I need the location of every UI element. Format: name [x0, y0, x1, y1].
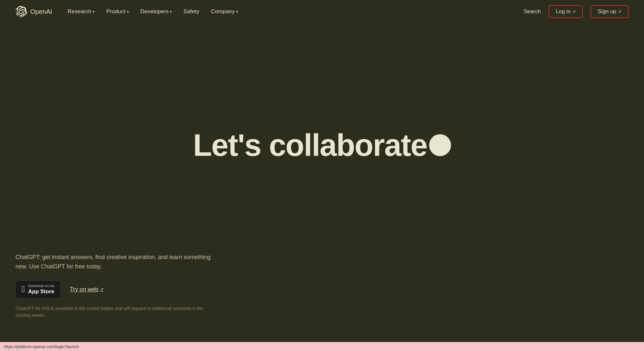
hero-dot-decoration: [429, 134, 451, 156]
nav-item-developers[interactable]: Developers ▾: [140, 8, 172, 15]
app-store-small-text: Download on the: [28, 284, 55, 288]
logo-text: OpenAI: [30, 8, 52, 15]
login-button[interactable]: Log in ↗: [549, 5, 583, 18]
nav-item-product[interactable]: Product ▾: [106, 8, 129, 15]
chevron-down-icon: ▾: [127, 10, 129, 14]
hero-title: Let's collaborate: [193, 127, 451, 163]
external-link-icon: ↗: [572, 9, 576, 14]
nav-item-safety[interactable]: Safety: [183, 8, 199, 15]
external-link-icon: ↗: [618, 9, 621, 14]
chevron-down-icon: ▾: [93, 10, 95, 14]
nav-item-company[interactable]: Company ▾: [211, 8, 238, 15]
hero-section: Let's collaborate: [0, 23, 644, 267]
apple-icon: : [22, 284, 25, 295]
app-store-button[interactable]:  Download on the App Store: [15, 280, 61, 299]
navbar: OpenAI Research ▾ Product ▾ Developers ▾…: [0, 0, 644, 23]
logo[interactable]: OpenAI: [15, 6, 52, 17]
app-store-large-text: App Store: [28, 288, 55, 295]
nav-left: OpenAI Research ▾ Product ▾ Developers ▾…: [15, 6, 238, 17]
try-web-button[interactable]: Try on web ↗: [70, 286, 104, 293]
status-bar: https://platform.openai.com/login?launch: [0, 342, 644, 351]
nav-right: Search Log in ↗ Sign up ↗: [524, 5, 629, 18]
app-store-text: Download on the App Store: [28, 284, 55, 295]
openai-logo-icon: [15, 6, 27, 17]
status-url: https://platform.openai.com/login?launch: [4, 344, 79, 349]
bottom-section: ChatGPT: get instant answers, find creat…: [15, 253, 215, 319]
chevron-down-icon: ▾: [170, 10, 172, 14]
bottom-description: ChatGPT: get instant answers, find creat…: [15, 253, 215, 271]
signup-button[interactable]: Sign up ↗: [591, 5, 629, 18]
nav-links: Research ▾ Product ▾ Developers ▾ Safety…: [68, 8, 238, 15]
cta-row:  Download on the App Store Try on web ↗: [15, 280, 215, 299]
search-link[interactable]: Search: [524, 8, 541, 15]
bottom-disclaimer: ChatGPT for iOS is available in the Unit…: [15, 305, 215, 319]
nav-item-research[interactable]: Research ▾: [68, 8, 95, 15]
external-link-icon: ↗: [100, 287, 104, 292]
chevron-down-icon: ▾: [236, 10, 238, 14]
